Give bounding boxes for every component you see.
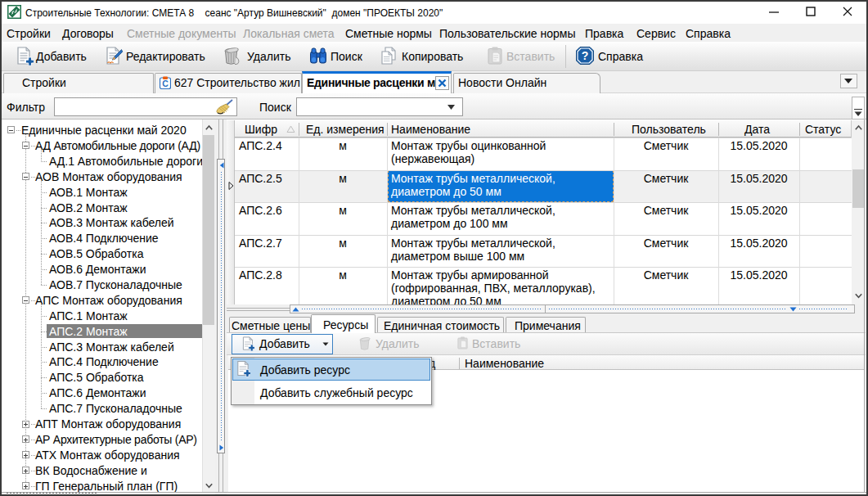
svg-text:С: С [162,79,169,88]
svg-text:?: ? [582,49,589,62]
